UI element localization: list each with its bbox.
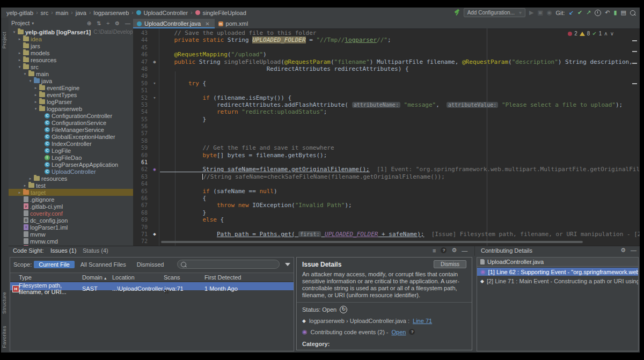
- tree-chevron-icon[interactable]: ▸: [17, 58, 22, 62]
- structure-stripe-button[interactable]: Structure: [2, 292, 7, 314]
- line-link[interactable]: Line 71: [413, 318, 432, 324]
- tree-item[interactable]: ▸models: [9, 49, 133, 56]
- line-number[interactable]: 51: [133, 87, 149, 94]
- code-line[interactable]: 61: [133, 159, 640, 166]
- scope-button[interactable]: Dismissed: [132, 261, 169, 268]
- run-configuration-select[interactable]: Add Configuration... ▾: [464, 8, 525, 17]
- tree-chevron-icon[interactable]: ▾: [33, 107, 38, 111]
- tree-chevron-icon[interactable]: ▸: [17, 37, 22, 41]
- tree-item[interactable]: CLogParserAppApplication: [9, 161, 133, 168]
- tree-chevron-icon[interactable]: ▸: [28, 177, 33, 181]
- code-line[interactable]: 55 }: [133, 116, 640, 123]
- line-number[interactable]: 52: [133, 94, 149, 101]
- tree-chevron-icon[interactable]: ▸: [17, 190, 22, 195]
- code-line[interactable]: 66 {: [133, 195, 640, 202]
- contributing-file-header[interactable]: UploadController.java: [477, 258, 638, 267]
- project-stripe-button[interactable]: Project: [2, 32, 7, 49]
- contributing-event-row[interactable]: ◆[2] Line 71 : Main Event - Constructing…: [477, 277, 638, 285]
- tree-chevron-icon[interactable]: ▸: [33, 86, 38, 90]
- code-line[interactable]: 50▾ try {: [133, 80, 640, 87]
- tree-chevron-icon[interactable]: ▸: [17, 51, 22, 55]
- col-domain[interactable]: Domain ▲: [82, 274, 112, 281]
- code-line[interactable]: 52▾ if (filename.isEmpty()) {: [133, 94, 640, 101]
- line-number[interactable]: 57: [133, 130, 149, 137]
- code-line[interactable]: 64: [133, 180, 640, 187]
- code-line[interactable]: 58: [133, 137, 640, 144]
- supporting-event-gutter-icon[interactable]: ◉: [149, 166, 160, 173]
- debug-icon[interactable]: ▣: [538, 9, 543, 16]
- line-number[interactable]: 71: [133, 231, 149, 238]
- history-icon[interactable]: [595, 10, 601, 16]
- code-line[interactable]: 51: [133, 87, 640, 94]
- code-line[interactable]: 48 RedirectAttributes redirectAttributes…: [133, 65, 640, 72]
- tree-item[interactable]: y.gitlab-ci.yml: [9, 203, 133, 210]
- editor-tab[interactable]: mpom.xml: [215, 19, 253, 28]
- tree-item[interactable]: CConfigurationController: [9, 112, 133, 119]
- scope-button[interactable]: All Scanned Files: [76, 261, 131, 268]
- layout-icon[interactable]: ▤: [621, 9, 626, 16]
- line-number[interactable]: 44: [133, 36, 149, 43]
- breadcrumb-item[interactable]: src: [40, 10, 48, 16]
- editor-tab[interactable]: UploadController.java✕: [133, 19, 215, 28]
- help-icon[interactable]: ?: [409, 329, 415, 335]
- favorites-stripe-button[interactable]: Favorites: [2, 326, 7, 348]
- hide-panel-icon[interactable]: —: [631, 247, 636, 254]
- tree-item[interactable]: ▸resources: [9, 56, 133, 63]
- code-line[interactable]: 59 // Get the file and save it somewhere: [133, 144, 640, 151]
- list-icon[interactable]: ≡: [433, 247, 436, 254]
- tree-item[interactable]: ▾logparserweb: [9, 105, 133, 112]
- code-line[interactable]: 53 redirectAttributes.addFlashAttribute(…: [133, 101, 640, 108]
- settings-gear-icon[interactable]: ⚙: [451, 247, 457, 254]
- git-commit-icon[interactable]: ✔: [577, 9, 582, 16]
- tree-item[interactable]: ILogFileDao: [9, 154, 133, 161]
- tree-chevron-icon[interactable]: ▾: [12, 30, 17, 34]
- line-number[interactable]: 63: [133, 173, 149, 180]
- settings-gear-icon[interactable]: ⚙: [620, 247, 626, 254]
- issue-row[interactable]: HFilesystem path, filename, or URI...SAS…: [10, 282, 294, 290]
- tree-chevron-icon[interactable]: ▸: [33, 93, 38, 97]
- tree-item[interactable]: jars: [9, 42, 133, 49]
- dismiss-button[interactable]: Dismiss: [434, 260, 466, 268]
- locate-file-icon[interactable]: ⊕: [87, 20, 91, 26]
- tree-item[interactable]: mvnw.cmd: [9, 238, 133, 245]
- tree-item[interactable]: ▸eventTypes: [9, 91, 133, 98]
- code-line[interactable]: 67 throw new IOException("Invalid Path")…: [133, 202, 640, 209]
- tree-item[interactable]: ▸logParser: [9, 98, 133, 105]
- col-scans[interactable]: Scans: [164, 274, 204, 281]
- settings-gear-icon[interactable]: ⚙: [115, 20, 120, 26]
- git-push-icon[interactable]: ↗: [586, 9, 591, 16]
- contributing-event-row[interactable]: ◉[1] Line 62 : Supporting Event - "org.s…: [477, 268, 638, 276]
- fold-icon[interactable]: ▾: [149, 94, 160, 101]
- refresh-icon[interactable]: ↻: [340, 306, 347, 313]
- breadcrumb-item[interactable]: logparserweb: [93, 10, 129, 16]
- line-number[interactable]: 43: [133, 30, 149, 36]
- tree-item[interactable]: ▸resources: [9, 175, 133, 182]
- tree-item[interactable]: CUploadController: [9, 168, 133, 175]
- col-type[interactable]: Type: [19, 274, 82, 281]
- line-number[interactable]: 61: [133, 159, 149, 166]
- close-icon[interactable]: ✕: [205, 21, 209, 27]
- fold-icon[interactable]: ▾: [149, 80, 160, 87]
- code-line[interactable]: 45: [133, 44, 640, 51]
- line-number[interactable]: 53: [133, 101, 149, 108]
- tree-chevron-icon[interactable]: ▾: [23, 72, 27, 76]
- tool-icon[interactable]: ▮: [614, 9, 617, 16]
- git-update-icon[interactable]: ↙: [569, 9, 574, 16]
- issues-table-header[interactable]: TypeDomain ▲LocationScansFirst Detected: [10, 273, 294, 282]
- line-number[interactable]: 62: [133, 166, 149, 173]
- hide-panel-icon[interactable]: —: [125, 20, 130, 26]
- collapse-icon[interactable]: ÷: [107, 20, 110, 26]
- run-icon[interactable]: ▶: [529, 9, 533, 16]
- inspection-widget[interactable]: 2 8 ✔ 1 ∧ ∨: [568, 31, 614, 36]
- tree-item[interactable]: ▸test: [9, 182, 133, 189]
- next-issue-icon[interactable]: ∨: [610, 31, 614, 36]
- tree-item[interactable]: CFileManagerService: [9, 126, 133, 133]
- project-panel-title[interactable]: Project: [11, 20, 30, 26]
- code-line[interactable]: 46 @RequestMapping("/upload"): [133, 51, 640, 58]
- line-number[interactable]: 69: [133, 216, 149, 223]
- search-input[interactable]: [177, 260, 280, 269]
- scope-button[interactable]: Current File: [34, 261, 74, 268]
- breadcrumb-item[interactable]: main: [56, 10, 69, 16]
- breadcrumb-item[interactable]: singleFileUpload: [203, 10, 246, 16]
- code-line[interactable]: 62◉ String safeName=filename.getOriginal…: [133, 166, 640, 173]
